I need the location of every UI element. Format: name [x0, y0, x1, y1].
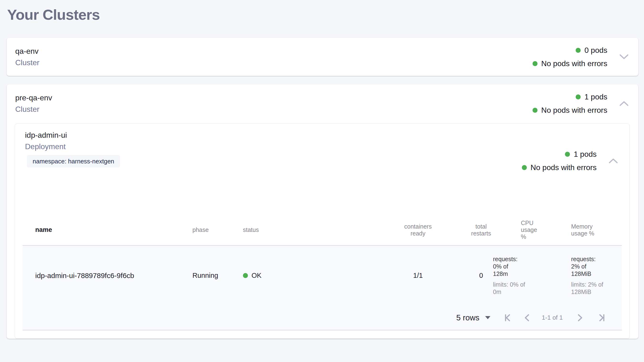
green-dot — [576, 94, 581, 99]
deployment-card-idp-admin-ui: idp-admin-ui Deployment namespace: harne… — [15, 123, 630, 339]
column-header-memory-usage: Memory usage % — [546, 214, 622, 245]
cluster-kind-label: Cluster — [15, 58, 39, 67]
green-dot — [243, 273, 248, 278]
column-header-containers-ready: containers ready — [367, 214, 469, 245]
column-header-status: status — [240, 214, 367, 245]
table-row[interactable]: idp-admin-ui-7889789fc6-9f6cb Running OK… — [23, 245, 622, 305]
pods-table: name phase status containers ready total… — [23, 214, 622, 330]
rows-per-page-select[interactable]: 5 rows — [456, 313, 490, 322]
page-title: Your Clusters — [7, 6, 644, 23]
cluster-titles: qa-env Cluster — [15, 46, 39, 67]
pods-summary-group: 0 pods No pods with errors — [532, 45, 607, 68]
table-header-row: name phase status containers ready total… — [23, 214, 622, 245]
chevron-up-icon — [619, 100, 629, 107]
last-page-icon — [596, 312, 608, 323]
pods-errors-line: No pods with errors — [532, 105, 607, 115]
pod-name-cell: idp-admin-ui-7889789fc6-9f6cb — [23, 245, 190, 305]
pods-count-line: 1 pods — [576, 92, 607, 102]
cluster-accordion-pre-qa-env[interactable]: pre-qa-env Cluster 1 pods No pods with e… — [7, 84, 638, 123]
deployment-titles: idp-admin-ui Deployment namespace: harne… — [25, 130, 120, 168]
cpu-usage-cell: requests: 0% of 128m limits: 0% of 0m — [493, 245, 546, 305]
column-header-phase: phase — [190, 214, 240, 245]
next-page-button[interactable] — [574, 312, 585, 323]
column-header-cpu-usage: CPU usage % — [493, 214, 546, 245]
deployment-accordion-idp-admin-ui[interactable]: idp-admin-ui Deployment namespace: harne… — [15, 130, 630, 172]
collapse-cluster-button[interactable] — [618, 98, 630, 109]
cluster-titles: pre-qa-env Cluster — [15, 93, 52, 114]
deployment-kind-label: Deployment — [25, 142, 120, 151]
memory-requests-value: requests: 2% of 128MiB — [571, 255, 601, 278]
first-page-button[interactable] — [502, 312, 513, 323]
pods-table-wrap: name phase status containers ready total… — [15, 214, 630, 330]
total-restarts-cell: 0 — [469, 245, 493, 305]
pods-errors-line: No pods with errors — [522, 163, 596, 172]
pods-count-label: 1 pods — [574, 149, 596, 159]
pod-status-cell: OK — [240, 245, 367, 305]
expand-cluster-button[interactable] — [618, 51, 630, 63]
pod-status-label: OK — [252, 272, 262, 279]
first-page-icon — [502, 312, 513, 323]
green-dot — [565, 152, 570, 157]
pods-errors-line: No pods with errors — [532, 59, 607, 68]
caret-down-icon — [485, 316, 490, 319]
cluster-name: pre-qa-env — [15, 93, 52, 103]
cpu-requests-value: requests: 0% of 128m — [493, 255, 523, 278]
chevron-down-icon — [619, 54, 629, 60]
pagination-bar: 5 rows — [23, 312, 608, 323]
last-page-button[interactable] — [596, 312, 608, 323]
containers-ready-cell: 1/1 — [367, 245, 469, 305]
column-header-name: name — [23, 214, 190, 245]
cpu-limits-value: limits: 0% of 0m — [493, 281, 526, 296]
memory-usage-cell: requests: 2% of 128MiB limits: 2% of 128… — [546, 245, 622, 305]
pagination-range-label: 1-1 of 1 — [542, 314, 563, 321]
deployment-name: idp-admin-ui — [25, 130, 120, 140]
cluster-kind-label: Cluster — [15, 104, 52, 114]
rows-per-page-value: 5 rows — [456, 313, 480, 322]
previous-page-button[interactable] — [522, 312, 533, 323]
table-footer-row: 5 rows — [23, 305, 622, 330]
green-dot — [576, 48, 581, 53]
namespace-chip: namespace: harness-nextgen — [27, 155, 120, 168]
chevron-right-icon — [574, 312, 585, 323]
pods-count-line: 0 pods — [576, 45, 607, 55]
green-dot — [532, 108, 538, 113]
cluster-accordion-qa-env[interactable]: qa-env Cluster 0 pods No pods with error… — [7, 38, 638, 76]
pods-count-label: 0 pods — [584, 45, 607, 55]
chevron-left-icon — [522, 312, 533, 323]
pods-summary-group: 1 pods No pods with errors — [522, 149, 596, 172]
chevron-up-icon — [608, 158, 618, 164]
green-dot — [532, 61, 538, 66]
cluster-name: qa-env — [15, 46, 39, 56]
pods-count-line: 1 pods — [565, 149, 596, 159]
pods-errors-label: No pods with errors — [531, 163, 596, 172]
collapse-deployment-button[interactable] — [608, 155, 619, 167]
memory-limits-value: limits: 2% of 128MiB — [571, 281, 610, 296]
pods-errors-label: No pods with errors — [541, 59, 607, 68]
column-header-total-restarts: total restarts — [469, 214, 493, 245]
pod-phase-cell: Running — [190, 245, 240, 305]
cluster-card-qa-env: qa-env Cluster 0 pods No pods with error… — [7, 38, 638, 76]
pods-count-label: 1 pods — [584, 92, 607, 102]
pods-errors-label: No pods with errors — [541, 105, 607, 115]
cluster-card-pre-qa-env: pre-qa-env Cluster 1 pods No pods with e… — [7, 84, 638, 339]
green-dot — [522, 165, 527, 170]
pods-summary-group: 1 pods No pods with errors — [532, 92, 607, 115]
